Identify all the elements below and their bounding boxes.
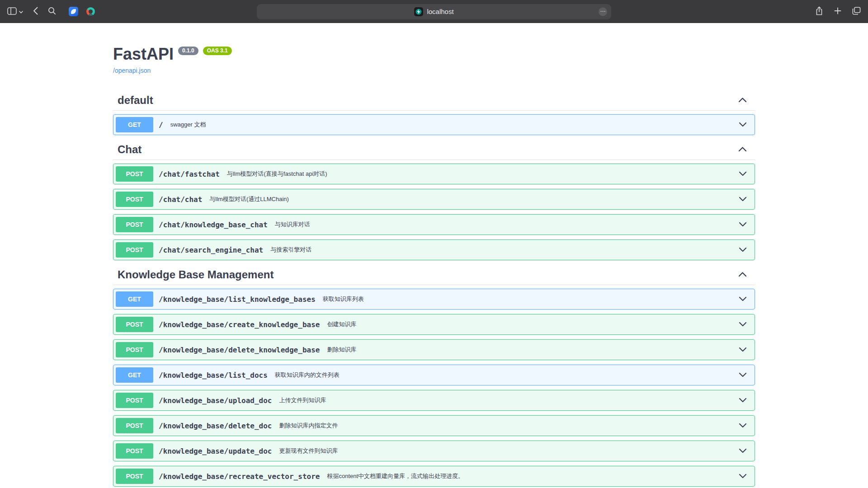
operations-list: POST /chat/fastchat 与llm模型对话(直接与fastchat… [113, 164, 755, 260]
operation-summary[interactable]: POST /knowledge_base/delete_knowledge_ba… [113, 340, 755, 360]
method-badge: GET [116, 367, 153, 383]
api-title-text: FastAPI [113, 45, 174, 63]
section-title: Knowledge Base Management [118, 268, 274, 281]
expand-operation-button[interactable] [737, 421, 749, 431]
fastapi-favicon [414, 7, 423, 16]
sidebar-icon [7, 7, 17, 16]
chevron-down-icon [739, 196, 747, 203]
api-info: FastAPI 0.1.0 OAS 3.1 /openapi.json [113, 23, 755, 75]
section-collapse-button[interactable] [736, 270, 749, 280]
new-tab-button[interactable] [834, 7, 841, 16]
chevron-down-icon [739, 171, 747, 178]
oas-badge: OAS 3.1 [203, 47, 232, 55]
operation-row[interactable]: POST /chat/fastchat 与llm模型对话(直接与fastchat… [113, 164, 755, 184]
operation-summary[interactable]: GET /knowledge_base/list_knowledge_bases… [113, 289, 755, 309]
operation-summary[interactable]: POST /knowledge_base/update_doc 更新现有文件到知… [113, 441, 755, 461]
operation-path: /knowledge_base/update_doc [159, 447, 272, 455]
method-badge: POST [116, 418, 153, 433]
section-title: default [118, 94, 153, 107]
chevron-up-icon [738, 146, 747, 153]
operation-path: /chat/fastchat [159, 170, 220, 178]
expand-operation-button[interactable] [737, 319, 749, 330]
version-badge: 0.1.0 [178, 47, 198, 55]
back-button[interactable] [33, 7, 38, 16]
openapi-spec-link[interactable]: /openapi.json [113, 67, 151, 74]
section-collapse-button[interactable] [736, 95, 749, 106]
operation-summary[interactable]: POST /knowledge_base/create_knowledge_ba… [113, 314, 755, 334]
chevron-down-icon [739, 221, 747, 228]
operation-description: 根据content中文档重建向量库，流式输出处理进度。 [327, 472, 464, 480]
expand-operation-button[interactable] [737, 446, 749, 456]
operation-row[interactable]: GET /knowledge_base/list_docs 获取知识库内的文件列… [113, 365, 755, 385]
tab-overview-button[interactable] [852, 7, 861, 16]
blue-extension-button[interactable] [69, 7, 78, 16]
share-button[interactable] [815, 6, 823, 17]
operation-summary[interactable]: POST /chat/search_engine_chat 与搜索引擎对话 [113, 240, 755, 260]
operation-row[interactable]: POST /knowledge_base/upload_doc 上传文件到知识库 [113, 390, 755, 411]
operation-summary[interactable]: POST /knowledge_base/recreate_vector_sto… [113, 466, 755, 486]
operation-row[interactable]: POST /knowledge_base/create_knowledge_ba… [113, 314, 755, 335]
section-header[interactable]: default [113, 90, 755, 111]
operation-path: /knowledge_base/list_docs [159, 371, 268, 380]
operation-row[interactable]: POST /knowledge_base/recreate_vector_sto… [113, 466, 755, 487]
operation-row[interactable]: POST /chat/search_engine_chat 与搜索引擎对话 [113, 239, 755, 260]
expand-operation-button[interactable] [737, 345, 749, 355]
chevron-down-icon [739, 347, 747, 353]
operation-description: 与llm模型对话(通过LLMChain) [209, 195, 289, 203]
expand-operation-button[interactable] [737, 245, 749, 255]
expand-operation-button[interactable] [737, 294, 749, 305]
operation-description: 与搜索引擎对话 [270, 246, 311, 254]
operation-row[interactable]: GET /knowledge_base/list_knowledge_bases… [113, 289, 755, 310]
share-icon [815, 6, 823, 17]
expand-operation-button[interactable] [737, 220, 749, 230]
operation-description: 获取知识库列表 [323, 295, 364, 303]
operation-summary[interactable]: POST /chat/chat 与llm模型对话(通过LLMChain) [113, 189, 755, 209]
browser-toolbar: localhost ⋯ [0, 0, 868, 23]
operation-description: 上传文件到知识库 [279, 396, 326, 404]
page-menu-ellipsis-icon[interactable]: ⋯ [599, 7, 607, 16]
operation-summary[interactable]: POST /chat/fastchat 与llm模型对话(直接与fastchat… [113, 164, 755, 184]
operation-row[interactable]: GET / swagger 文档 [113, 114, 755, 135]
chevron-down-icon [739, 122, 747, 128]
method-badge: POST [116, 166, 153, 182]
method-badge: GET [116, 117, 153, 132]
operation-description: 删除知识库内指定文件 [279, 422, 338, 430]
address-bar[interactable]: localhost ⋯ [257, 4, 611, 19]
page-title: FastAPI 0.1.0 OAS 3.1 [113, 45, 755, 63]
api-section: Chat POST /chat/fastchat 与llm模型对话(直接与fas… [113, 140, 755, 260]
section-header[interactable]: Knowledge Base Management [113, 265, 755, 285]
operation-row[interactable]: POST /chat/chat 与llm模型对话(通过LLMChain) [113, 189, 755, 210]
expand-operation-button[interactable] [737, 370, 749, 380]
operation-description: 删除知识库 [327, 346, 356, 354]
operation-summary[interactable]: GET / swagger 文档 [113, 115, 755, 135]
operation-description: 与llm模型对话(直接与fastchat api对话) [227, 170, 327, 178]
chevron-down-icon [739, 321, 747, 328]
expand-operation-button[interactable] [737, 120, 749, 130]
section-title: Chat [118, 143, 142, 156]
expand-operation-button[interactable] [737, 194, 749, 205]
recorder-extension-button[interactable] [86, 7, 95, 16]
chevron-down-icon [739, 473, 747, 480]
chevron-down-icon [739, 372, 747, 379]
operation-row[interactable]: POST /chat/knowledge_base_chat 与知识库对话 [113, 214, 755, 235]
operation-description: 更新现有文件到知识库 [279, 447, 338, 455]
section-collapse-button[interactable] [736, 145, 749, 155]
method-badge: POST [116, 342, 153, 357]
back-icon [33, 7, 38, 16]
operation-row[interactable]: POST /knowledge_base/delete_doc 删除知识库内指定… [113, 415, 755, 436]
expand-operation-button[interactable] [737, 169, 749, 179]
operation-row[interactable]: POST /knowledge_base/delete_knowledge_ba… [113, 339, 755, 360]
sidebar-toggle-button[interactable] [7, 7, 23, 16]
operation-row[interactable]: POST /knowledge_base/update_doc 更新现有文件到知… [113, 441, 755, 461]
expand-operation-button[interactable] [737, 471, 749, 482]
section-header[interactable]: Chat [113, 140, 755, 160]
operation-summary[interactable]: POST /knowledge_base/upload_doc 上传文件到知识库 [113, 390, 755, 410]
operation-summary[interactable]: POST /chat/knowledge_base_chat 与知识库对话 [113, 215, 755, 235]
api-section: default GET / swagger 文档 [113, 90, 755, 135]
operation-summary[interactable]: GET /knowledge_base/list_docs 获取知识库内的文件列… [113, 365, 755, 385]
operation-description: 与知识库对话 [275, 221, 310, 229]
expand-operation-button[interactable] [737, 395, 749, 406]
operations-list: GET /knowledge_base/list_knowledge_bases… [113, 289, 755, 487]
operation-summary[interactable]: POST /knowledge_base/delete_doc 删除知识库内指定… [113, 416, 755, 436]
search-button[interactable] [48, 7, 56, 16]
